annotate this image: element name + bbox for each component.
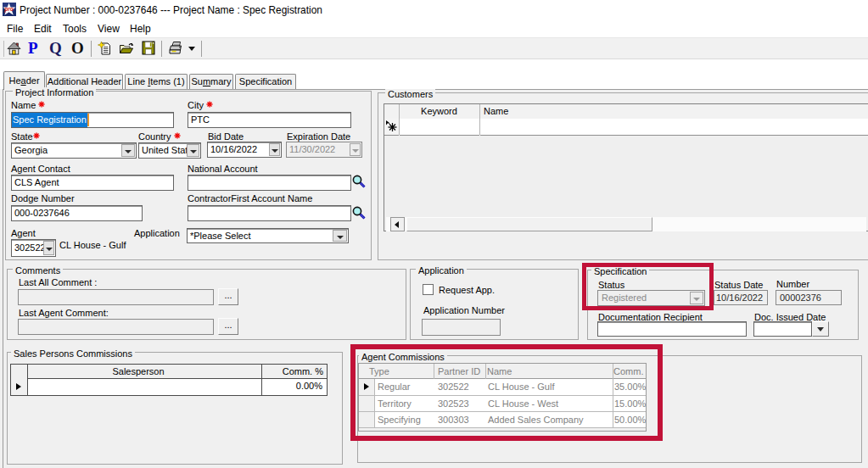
svg-text:pro: pro: [3, 6, 14, 13]
